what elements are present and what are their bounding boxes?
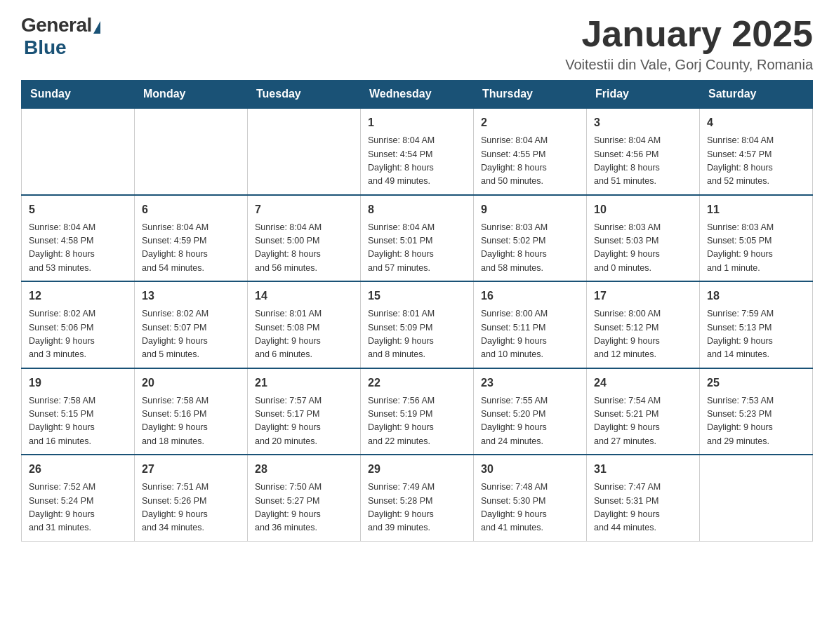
- day-number: 26: [29, 461, 127, 478]
- day-info: Sunrise: 8:04 AM Sunset: 5:01 PM Dayligh…: [368, 221, 466, 276]
- calendar-week-row: 1Sunrise: 8:04 AM Sunset: 4:54 PM Daylig…: [22, 108, 813, 195]
- day-info: Sunrise: 8:01 AM Sunset: 5:08 PM Dayligh…: [255, 307, 353, 362]
- day-info: Sunrise: 8:00 AM Sunset: 5:11 PM Dayligh…: [481, 307, 579, 362]
- calendar-cell: [22, 108, 135, 195]
- calendar-cell: 12Sunrise: 8:02 AM Sunset: 5:06 PM Dayli…: [22, 281, 135, 368]
- calendar-cell: 10Sunrise: 8:03 AM Sunset: 5:03 PM Dayli…: [587, 195, 700, 282]
- calendar-cell: 25Sunrise: 7:53 AM Sunset: 5:23 PM Dayli…: [700, 368, 813, 455]
- day-number: 6: [142, 201, 240, 218]
- day-number: 21: [255, 375, 353, 391]
- day-info: Sunrise: 8:04 AM Sunset: 4:55 PM Dayligh…: [481, 134, 579, 189]
- day-number: 17: [594, 288, 692, 304]
- weekday-header-wednesday: Wednesday: [361, 81, 474, 109]
- day-number: 14: [255, 288, 353, 304]
- day-number: 13: [142, 288, 240, 304]
- calendar-cell: 6Sunrise: 8:04 AM Sunset: 4:59 PM Daylig…: [135, 195, 248, 282]
- calendar-cell: 20Sunrise: 7:58 AM Sunset: 5:16 PM Dayli…: [135, 368, 248, 455]
- day-info: Sunrise: 7:59 AM Sunset: 5:13 PM Dayligh…: [707, 307, 805, 362]
- month-title: January 2025: [565, 14, 813, 54]
- calendar-cell: 30Sunrise: 7:48 AM Sunset: 5:30 PM Dayli…: [474, 455, 587, 541]
- weekday-header-tuesday: Tuesday: [248, 81, 361, 109]
- calendar-cell: 3Sunrise: 8:04 AM Sunset: 4:56 PM Daylig…: [587, 108, 700, 195]
- day-info: Sunrise: 8:02 AM Sunset: 5:06 PM Dayligh…: [29, 307, 127, 362]
- logo-triangle-icon: [93, 21, 100, 34]
- calendar-cell: 24Sunrise: 7:54 AM Sunset: 5:21 PM Dayli…: [587, 368, 700, 455]
- weekday-header-thursday: Thursday: [474, 81, 587, 109]
- calendar-cell: 8Sunrise: 8:04 AM Sunset: 5:01 PM Daylig…: [361, 195, 474, 282]
- calendar-week-row: 12Sunrise: 8:02 AM Sunset: 5:06 PM Dayli…: [22, 281, 813, 368]
- calendar-cell: 1Sunrise: 8:04 AM Sunset: 4:54 PM Daylig…: [361, 108, 474, 195]
- calendar-week-row: 26Sunrise: 7:52 AM Sunset: 5:24 PM Dayli…: [22, 455, 813, 541]
- calendar-cell: 4Sunrise: 8:04 AM Sunset: 4:57 PM Daylig…: [700, 108, 813, 195]
- day-number: 18: [707, 288, 805, 304]
- day-info: Sunrise: 8:03 AM Sunset: 5:03 PM Dayligh…: [594, 221, 692, 276]
- calendar-cell: 15Sunrise: 8:01 AM Sunset: 5:09 PM Dayli…: [361, 281, 474, 368]
- day-number: 5: [29, 201, 127, 218]
- calendar-cell: 23Sunrise: 7:55 AM Sunset: 5:20 PM Dayli…: [474, 368, 587, 455]
- weekday-header-friday: Friday: [587, 81, 700, 109]
- day-number: 16: [481, 288, 579, 304]
- calendar-cell: 26Sunrise: 7:52 AM Sunset: 5:24 PM Dayli…: [22, 455, 135, 541]
- day-info: Sunrise: 7:58 AM Sunset: 5:15 PM Dayligh…: [29, 394, 127, 449]
- day-number: 22: [368, 375, 466, 391]
- day-number: 29: [368, 461, 466, 478]
- header: General Blue January 2025 Voitestii din …: [21, 14, 813, 73]
- day-info: Sunrise: 7:56 AM Sunset: 5:19 PM Dayligh…: [368, 394, 466, 449]
- day-info: Sunrise: 8:04 AM Sunset: 4:56 PM Dayligh…: [594, 134, 692, 189]
- day-info: Sunrise: 7:47 AM Sunset: 5:31 PM Dayligh…: [594, 481, 692, 535]
- calendar-cell: 28Sunrise: 7:50 AM Sunset: 5:27 PM Dayli…: [248, 455, 361, 541]
- calendar-cell: 21Sunrise: 7:57 AM Sunset: 5:17 PM Dayli…: [248, 368, 361, 455]
- calendar-cell: 5Sunrise: 8:04 AM Sunset: 4:58 PM Daylig…: [22, 195, 135, 282]
- calendar-cell: 11Sunrise: 8:03 AM Sunset: 5:05 PM Dayli…: [700, 195, 813, 282]
- calendar-cell: 9Sunrise: 8:03 AM Sunset: 5:02 PM Daylig…: [474, 195, 587, 282]
- calendar-cell: 14Sunrise: 8:01 AM Sunset: 5:08 PM Dayli…: [248, 281, 361, 368]
- location-title: Voitestii din Vale, Gorj County, Romania: [565, 57, 813, 73]
- day-info: Sunrise: 7:48 AM Sunset: 5:30 PM Dayligh…: [481, 481, 579, 535]
- day-info: Sunrise: 8:02 AM Sunset: 5:07 PM Dayligh…: [142, 307, 240, 362]
- day-info: Sunrise: 7:51 AM Sunset: 5:26 PM Dayligh…: [142, 481, 240, 535]
- day-number: 2: [481, 114, 579, 131]
- calendar-cell: 27Sunrise: 7:51 AM Sunset: 5:26 PM Dayli…: [135, 455, 248, 541]
- day-number: 24: [594, 375, 692, 391]
- day-number: 9: [481, 201, 579, 218]
- title-area: January 2025 Voitestii din Vale, Gorj Co…: [565, 14, 813, 73]
- day-info: Sunrise: 8:04 AM Sunset: 4:54 PM Dayligh…: [368, 134, 466, 189]
- calendar-cell: 16Sunrise: 8:00 AM Sunset: 5:11 PM Dayli…: [474, 281, 587, 368]
- calendar-cell: 7Sunrise: 8:04 AM Sunset: 5:00 PM Daylig…: [248, 195, 361, 282]
- day-number: 1: [368, 114, 466, 131]
- day-info: Sunrise: 7:53 AM Sunset: 5:23 PM Dayligh…: [707, 394, 805, 449]
- day-info: Sunrise: 8:04 AM Sunset: 4:58 PM Dayligh…: [29, 221, 127, 276]
- calendar-cell: 31Sunrise: 7:47 AM Sunset: 5:31 PM Dayli…: [587, 455, 700, 541]
- day-number: 28: [255, 461, 353, 478]
- day-info: Sunrise: 7:52 AM Sunset: 5:24 PM Dayligh…: [29, 481, 127, 535]
- day-number: 12: [29, 288, 127, 304]
- calendar-cell: [248, 108, 361, 195]
- logo-general-text: General: [21, 14, 92, 36]
- calendar-cell: 13Sunrise: 8:02 AM Sunset: 5:07 PM Dayli…: [135, 281, 248, 368]
- day-number: 11: [707, 201, 805, 218]
- day-info: Sunrise: 8:00 AM Sunset: 5:12 PM Dayligh…: [594, 307, 692, 362]
- calendar-cell: 18Sunrise: 7:59 AM Sunset: 5:13 PM Dayli…: [700, 281, 813, 368]
- day-number: 8: [368, 201, 466, 218]
- day-number: 19: [29, 375, 127, 391]
- day-number: 3: [594, 114, 692, 131]
- calendar-cell: 2Sunrise: 8:04 AM Sunset: 4:55 PM Daylig…: [474, 108, 587, 195]
- day-number: 7: [255, 201, 353, 218]
- day-info: Sunrise: 7:55 AM Sunset: 5:20 PM Dayligh…: [481, 394, 579, 449]
- calendar-cell: 19Sunrise: 7:58 AM Sunset: 5:15 PM Dayli…: [22, 368, 135, 455]
- day-info: Sunrise: 8:04 AM Sunset: 4:57 PM Dayligh…: [707, 134, 805, 189]
- calendar-cell: 17Sunrise: 8:00 AM Sunset: 5:12 PM Dayli…: [587, 281, 700, 368]
- calendar-cell: [700, 455, 813, 541]
- weekday-header-monday: Monday: [135, 81, 248, 109]
- day-number: 31: [594, 461, 692, 478]
- day-info: Sunrise: 8:03 AM Sunset: 5:05 PM Dayligh…: [707, 221, 805, 276]
- day-info: Sunrise: 7:49 AM Sunset: 5:28 PM Dayligh…: [368, 481, 466, 535]
- day-number: 27: [142, 461, 240, 478]
- day-info: Sunrise: 8:04 AM Sunset: 5:00 PM Dayligh…: [255, 221, 353, 276]
- day-info: Sunrise: 7:54 AM Sunset: 5:21 PM Dayligh…: [594, 394, 692, 449]
- weekday-header-sunday: Sunday: [22, 81, 135, 109]
- logo-blue-text: Blue: [24, 36, 67, 59]
- day-info: Sunrise: 7:58 AM Sunset: 5:16 PM Dayligh…: [142, 394, 240, 449]
- calendar-table: SundayMondayTuesdayWednesdayThursdayFrid…: [21, 80, 813, 542]
- logo: General Blue: [21, 14, 100, 59]
